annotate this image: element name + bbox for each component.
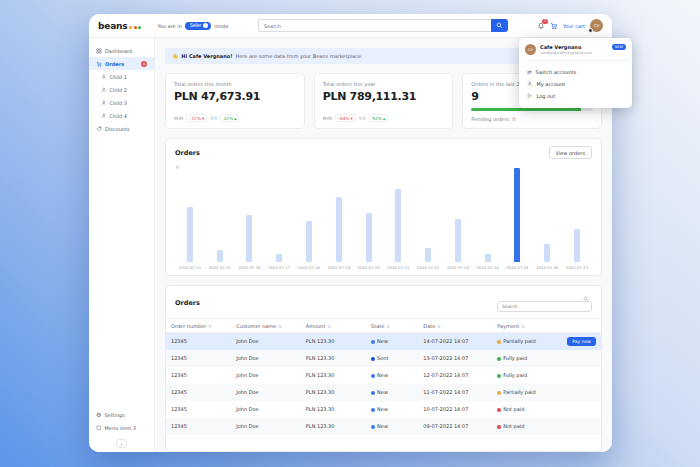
- chart-bar[interactable]: [574, 229, 580, 262]
- state-dot-icon: [371, 357, 375, 361]
- cell-amount: PLN 123.30: [301, 350, 366, 367]
- menu-item-my-account[interactable]: My account: [525, 78, 626, 90]
- table-row[interactable]: 12345 John Doe PLN 123.30 New 11-07-2022…: [166, 384, 601, 401]
- sidebar-item-label: Child 3: [110, 100, 127, 106]
- mode-indicator: You are in Seller mode: [157, 22, 228, 30]
- logo-dot-3: [138, 26, 141, 29]
- sidebar-item-child-1[interactable]: Child 1: [89, 70, 154, 83]
- notifications-button[interactable]: 1: [537, 22, 545, 30]
- menu-item-label: Switch accounts: [536, 69, 577, 75]
- cell-order-number: 12345: [166, 418, 231, 435]
- column-header[interactable]: Amount⇅: [301, 319, 366, 333]
- sidebar-item-child-3[interactable]: Child 3: [89, 96, 154, 109]
- chart-bar[interactable]: [306, 221, 312, 262]
- chart-x-label: 2022-07-26: [536, 265, 558, 270]
- cart-button[interactable]: [550, 22, 558, 30]
- cell-state: Sent: [366, 350, 418, 367]
- sidebar-item-menu-3[interactable]: Menu item 3: [89, 421, 154, 434]
- chart-bar[interactable]: [276, 254, 282, 262]
- chart-bar[interactable]: [217, 250, 223, 262]
- sidebar-item-dashboard[interactable]: Dashboard: [89, 44, 154, 57]
- column-header[interactable]: State⇅: [366, 319, 418, 333]
- chart-bar[interactable]: [455, 219, 461, 262]
- column-header[interactable]: Order number⇅: [166, 319, 231, 333]
- user-avatar[interactable]: CV: [590, 19, 603, 32]
- logout-icon: [527, 93, 533, 99]
- cell-state: New: [366, 401, 418, 418]
- sort-icon[interactable]: ⇅: [386, 324, 389, 329]
- cart-label[interactable]: Your cart: [563, 23, 585, 29]
- chart-x-label: 2022-07-24: [477, 265, 499, 270]
- sort-icon[interactable]: ⇅: [521, 324, 524, 329]
- mode-toggle-label: Seller: [190, 23, 202, 28]
- square-icon: [96, 425, 102, 431]
- sort-icon[interactable]: ⇅: [278, 324, 281, 329]
- mode-suffix: mode: [214, 23, 228, 29]
- cell-payment: Partially paid: [492, 333, 562, 350]
- orders-progress-bar: [471, 108, 593, 111]
- chart-bar[interactable]: [366, 213, 372, 262]
- chart-x-label: 2022-07-25: [506, 265, 528, 270]
- chart-x-label: 2022-07-18: [298, 265, 320, 270]
- mode-toggle[interactable]: Seller: [185, 22, 212, 30]
- column-header[interactable]: Date⇅: [418, 319, 492, 333]
- table-row[interactable]: 12345 John Doe PLN 123.30 New 12-07-2022…: [166, 367, 601, 384]
- cell-customer-name: John Doe: [231, 418, 301, 435]
- menu-item-log-out[interactable]: Log out: [525, 90, 626, 102]
- chart-bar[interactable]: [187, 207, 193, 262]
- sort-icon[interactable]: ⇅: [328, 324, 331, 329]
- state-dot-icon: [371, 374, 375, 378]
- avatar-status-icon: [588, 28, 593, 33]
- sidebar-spacer: [89, 135, 154, 408]
- pay-now-button[interactable]: Pay now: [567, 337, 596, 346]
- cell-customer-name: John Doe: [231, 401, 301, 418]
- stat-title: Total orders this month: [174, 81, 296, 87]
- cell-action: [562, 401, 601, 418]
- table-title: Orders: [175, 299, 200, 307]
- mm-delta: -72%▾: [186, 114, 207, 122]
- table-row[interactable]: 12345 John Doe PLN 123.30 New 14-07-2022…: [166, 333, 601, 350]
- chart-bar[interactable]: [544, 244, 550, 262]
- view-orders-button[interactable]: View orders: [549, 146, 592, 159]
- chart-bar-group: 2022-07-21: [383, 168, 413, 270]
- orders-table-header-row: Order number⇅Customer name⇅Amount⇅State⇅…: [166, 319, 601, 333]
- chart-x-label: 2022-07-27: [566, 265, 588, 270]
- table-row[interactable]: 12345 John Doe PLN 123.30 New 10-07-2022…: [166, 401, 601, 418]
- cell-payment: Partially paid: [492, 384, 562, 401]
- column-header[interactable]: Payment⇅: [492, 319, 562, 333]
- column-header[interactable]: Customer name⇅: [231, 319, 301, 333]
- cell-amount: PLN 123.30: [301, 333, 366, 350]
- wave-emoji-icon: 👋: [172, 53, 178, 59]
- search-icon: [583, 296, 589, 302]
- sort-icon[interactable]: ⇅: [437, 324, 440, 329]
- app-logo[interactable]: beans: [98, 21, 141, 31]
- sidebar-item-orders[interactable]: Orders 4: [89, 57, 154, 70]
- chart-bar[interactable]: [246, 215, 252, 262]
- table-row[interactable]: 12345 John Doe PLN 123.30 New 09-07-2022…: [166, 418, 601, 435]
- chart-bar-group: 2022-07-15: [205, 168, 235, 270]
- menu-item-switch-accounts[interactable]: ⇄ Switch accounts: [525, 66, 626, 78]
- cell-state: New: [366, 333, 418, 350]
- chart-bar[interactable]: [336, 197, 342, 262]
- chart-bar[interactable]: [395, 189, 401, 262]
- sidebar-item-child-4[interactable]: Child 4: [89, 109, 154, 122]
- table-search-input[interactable]: [497, 301, 592, 312]
- search-button[interactable]: [491, 19, 508, 32]
- table-row[interactable]: 12345 John Doe PLN 123.30 Sent 13-07-202…: [166, 350, 601, 367]
- sidebar-item-discounts[interactable]: Discounts: [89, 122, 154, 135]
- chart-bar[interactable]: [485, 254, 491, 262]
- mode-prefix: You are in: [157, 23, 181, 29]
- stat-card-month: Total orders this month PLN 47,673.91 M/…: [165, 73, 305, 129]
- sort-icon[interactable]: ⇅: [208, 324, 211, 329]
- sidebar-item-settings[interactable]: ⚙ Settings: [89, 408, 154, 421]
- cell-customer-name: John Doe: [231, 384, 301, 401]
- sidebar-item-label: Child 2: [110, 87, 127, 93]
- search-input[interactable]: [258, 19, 491, 32]
- payment-dot-icon: [497, 374, 501, 378]
- sidebar-collapse-button[interactable]: ‹: [116, 439, 127, 448]
- sidebar-item-child-2[interactable]: Child 2: [89, 83, 154, 96]
- person-icon: [101, 100, 107, 106]
- chart-bar[interactable]: [514, 168, 520, 262]
- chart-bar[interactable]: [425, 248, 431, 262]
- logo-dot-2: [134, 26, 137, 29]
